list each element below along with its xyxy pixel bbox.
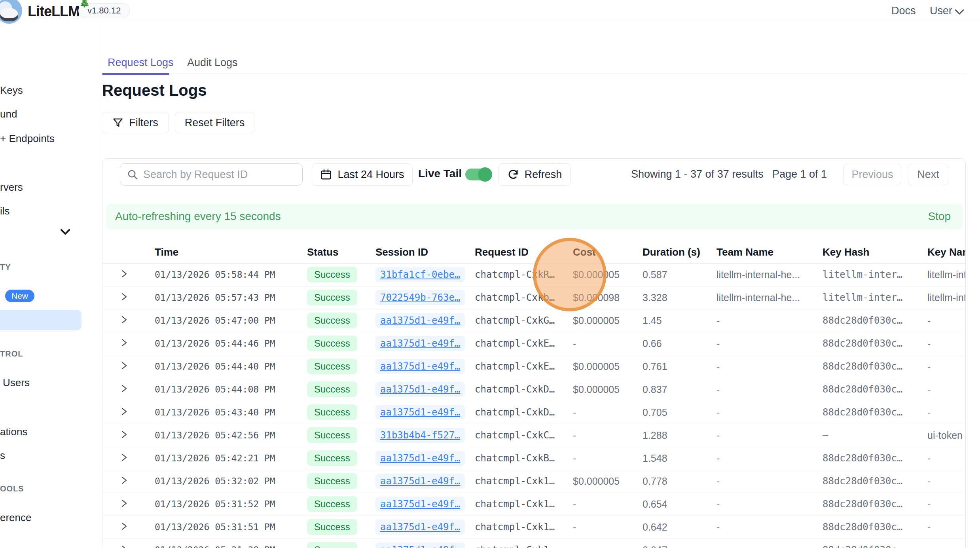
cell-cost: - [573,493,643,516]
sidebar-collapse-chevron-icon[interactable] [60,228,71,235]
cell-key-name: - [927,470,966,493]
session-id-link[interactable]: aa1375d1-e49f… [375,542,465,548]
results-count: Showing 1 - 37 of 37 results [631,168,764,180]
sidebar-item-keys[interactable]: Keys [0,83,23,97]
table-row: 01/13/2026 05:31:38 PMSuccessaa1375d1-e4… [102,539,966,548]
filter-funnel-icon [112,117,123,128]
previous-page-button[interactable]: Previous [844,164,901,185]
sidebar-item-playground[interactable]: und [0,107,17,121]
docs-link[interactable]: Docs [891,5,916,17]
table-row: 01/13/2026 05:43:40 PMSuccessaa1375d1-e4… [102,401,966,424]
expand-row-chevron-icon[interactable] [120,521,129,531]
expand-row-chevron-icon[interactable] [120,429,129,440]
cell-time: 01/13/2026 05:44:08 PM [155,378,307,401]
sidebar-item-internal-users[interactable]: Users [3,375,30,390]
cell-cost: - [573,332,643,355]
session-id-link[interactable]: 31b3b4b4-f527… [375,428,465,443]
cell-key-hash: 88dc28d0f030c… [823,470,927,493]
cell-request-id: chatcmpl-Cxk1… [475,539,573,548]
session-id-link[interactable]: aa1375d1-e49f… [375,313,465,328]
session-id-link[interactable]: aa1375d1-e49f… [375,497,465,512]
sidebar-item-guardrails[interactable]: ils [0,204,10,218]
tab-bar: Request Logs Audit Logs [102,57,967,74]
expand-row-chevron-icon[interactable] [120,338,129,348]
session-id-link[interactable]: aa1375d1-e49f… [375,474,465,489]
search-input[interactable] [143,169,296,181]
chevron-down-icon[interactable] [954,9,965,15]
sidebar-item-logs-selected[interactable] [0,310,82,330]
sidebar-item-organizations[interactable]: ations [0,425,27,439]
cell-team-name: litellm-internal-he... [717,286,823,309]
cell-cost: - [573,401,643,424]
status-badge: Success [307,290,357,305]
session-id-link[interactable]: aa1375d1-e49f… [375,520,465,535]
live-tail-label: Live Tail [418,167,462,180]
reset-filters-button[interactable]: Reset Filters [175,112,254,133]
cell-key-hash: 88dc28d0f030c… [823,401,927,424]
cell-key-name: - [927,309,966,332]
cell-request-id: chatcmpl-CxkD… [475,401,573,424]
cell-duration: 1.288 [643,424,717,447]
expand-row-chevron-icon[interactable] [120,383,129,394]
cell-duration: 0.66 [643,332,717,355]
calendar-icon [320,169,332,180]
cell-request-id: chatcmpl-CxkG… [475,309,573,332]
refresh-button[interactable]: Refresh [499,163,571,186]
session-id-link[interactable]: aa1375d1-e49f… [375,451,465,466]
next-page-button[interactable]: Next [908,164,948,185]
cell-cost: $0.000005 [573,470,643,493]
stop-auto-refresh-link[interactable]: Stop [928,210,951,223]
status-badge: Success [307,427,357,443]
tab-audit-logs[interactable]: Audit Logs [187,57,238,69]
expand-row-chevron-icon[interactable] [120,452,129,463]
live-tail-toggle[interactable] [465,169,491,180]
reset-filters-label: Reset Filters [185,117,245,129]
status-badge: Success [307,358,357,374]
expand-row-chevron-icon[interactable] [120,406,129,417]
cell-team-name: litellm-internal-he... [717,263,823,286]
expand-row-chevron-icon[interactable] [120,269,129,279]
tree-decoration-icon: 🎄 [79,0,90,8]
cell-key-name: - [927,447,966,470]
expand-row-chevron-icon[interactable] [120,498,129,508]
sidebar-item-api-reference[interactable]: erence [0,510,32,525]
session-id-link[interactable]: aa1375d1-e49f… [375,382,465,397]
sidebar-item-models-endpoints[interactable]: + Endpoints [0,131,55,146]
cell-duration: 0.587 [643,263,717,286]
time-range-button[interactable]: Last 24 Hours [312,163,413,186]
cell-duration: 0.761 [643,355,717,378]
table-row: 01/13/2026 05:42:21 PMSuccessaa1375d1-e4… [102,447,966,470]
expand-row-chevron-icon[interactable] [120,475,129,485]
sidebar-item-teams[interactable]: s [0,448,5,463]
cell-key-hash: 88dc28d0f030c… [823,378,927,401]
cell-cost: $0.000005 [573,378,643,401]
table-row: 01/13/2026 05:58:44 PMSuccess31bfa1cf-0e… [102,263,966,286]
cell-time: 01/13/2026 05:42:21 PM [155,447,307,470]
page-indicator: Page 1 of 1 [772,168,827,180]
expand-row-chevron-icon[interactable] [120,315,129,325]
cell-key-name: - [927,332,966,355]
sidebar-item-servers[interactable]: rvers [0,180,23,194]
expand-row-chevron-icon[interactable] [120,360,129,371]
session-id-link[interactable]: aa1375d1-e49f… [375,359,465,374]
cell-team-name: - [717,332,823,355]
cell-request-id: chatcmpl-CxkC… [475,424,573,447]
session-id-link[interactable]: aa1375d1-e49f… [375,336,465,351]
filters-button[interactable]: Filters [102,112,169,133]
cell-duration: 0.642 [643,516,717,539]
session-id-link[interactable]: aa1375d1-e49f… [375,405,465,420]
session-id-link[interactable]: 7022549b-763e… [375,290,465,305]
cell-team-name: - [717,355,823,378]
sidebar-section-tools: OOLS [0,484,24,494]
session-id-link[interactable]: 31bfa1cf-0ebe… [375,267,465,282]
status-badge: Success [307,336,357,351]
column-header-session-id: Session ID [375,242,475,263]
status-badge: Success [307,404,357,420]
tab-request-logs[interactable]: Request Logs [108,57,174,69]
expand-row-chevron-icon[interactable] [120,292,129,302]
user-menu[interactable]: User [930,5,952,17]
refresh-icon [507,169,519,180]
status-badge: Success [307,519,357,535]
status-badge: Success [307,313,357,328]
expand-row-chevron-icon[interactable] [120,544,129,548]
